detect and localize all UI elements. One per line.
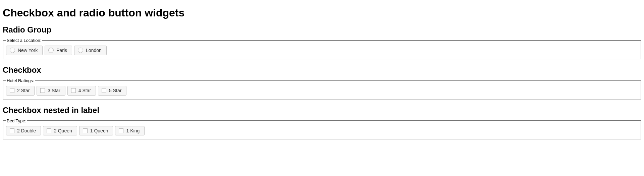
checkbox-label: 3 Star <box>48 88 60 94</box>
radio-option-new-york[interactable]: New York <box>6 46 43 55</box>
legend-location: Select a Location: <box>6 38 42 43</box>
checkbox-label: 2 Queen <box>54 128 72 134</box>
radio-option-paris[interactable]: Paris <box>45 46 72 55</box>
legend-bed-type: Bed Type: <box>6 118 27 123</box>
radio-label: London <box>86 48 102 53</box>
checkbox-option-1-queen[interactable]: 1 Queen <box>79 126 113 136</box>
fieldset-hotel-ratings: Hotel Ratings: 2 Star 3 Star 4 Star 5 St… <box>3 78 641 100</box>
checkbox-icon <box>71 88 76 93</box>
checkbox-group-ratings: 2 Star 3 Star 4 Star 5 Star <box>6 86 638 96</box>
section-heading-checkbox: Checkbox <box>3 65 641 75</box>
checkbox-label: 1 Queen <box>90 128 108 134</box>
radio-label: Paris <box>56 48 67 53</box>
radio-icon <box>48 48 54 53</box>
radio-label: New York <box>18 48 38 53</box>
checkbox-icon <box>47 128 51 133</box>
fieldset-bed-type: Bed Type: 2 Double 2 Queen 1 Queen 1 Kin… <box>3 118 641 140</box>
checkbox-option-5-star[interactable]: 5 Star <box>98 86 126 96</box>
radio-group-location: New York Paris London <box>6 46 638 55</box>
checkbox-option-3-star[interactable]: 3 Star <box>37 86 65 96</box>
checkbox-label: 2 Double <box>17 128 36 134</box>
checkbox-icon <box>119 128 123 133</box>
fieldset-location: Select a Location: New York Paris London <box>3 38 641 59</box>
radio-option-london[interactable]: London <box>74 46 107 55</box>
checkbox-icon <box>10 128 14 133</box>
section-heading-radio: Radio Group <box>3 25 641 35</box>
checkbox-icon <box>102 88 106 93</box>
checkbox-option-2-queen[interactable]: 2 Queen <box>43 126 77 136</box>
checkbox-option-4-star[interactable]: 4 Star <box>67 86 96 96</box>
checkbox-label: 4 Star <box>78 88 91 94</box>
section-heading-nested: Checkbox nested in label <box>3 106 641 115</box>
page-title: Checkbox and radio button widgets <box>3 7 641 19</box>
checkbox-label: 2 Star <box>17 88 30 94</box>
checkbox-option-2-double[interactable]: 2 Double <box>6 126 41 136</box>
checkbox-icon <box>10 88 14 93</box>
checkbox-icon <box>83 128 88 133</box>
radio-icon <box>78 48 83 53</box>
radio-icon <box>10 48 15 53</box>
checkbox-label: 1 King <box>126 128 140 134</box>
checkbox-icon <box>40 88 45 93</box>
legend-hotel-ratings: Hotel Ratings: <box>6 78 35 83</box>
checkbox-option-1-king[interactable]: 1 King <box>115 126 145 136</box>
checkbox-option-2-star[interactable]: 2 Star <box>6 86 35 96</box>
checkbox-label: 5 Star <box>109 88 121 94</box>
checkbox-group-bed-type: 2 Double 2 Queen 1 Queen 1 King <box>6 126 638 136</box>
